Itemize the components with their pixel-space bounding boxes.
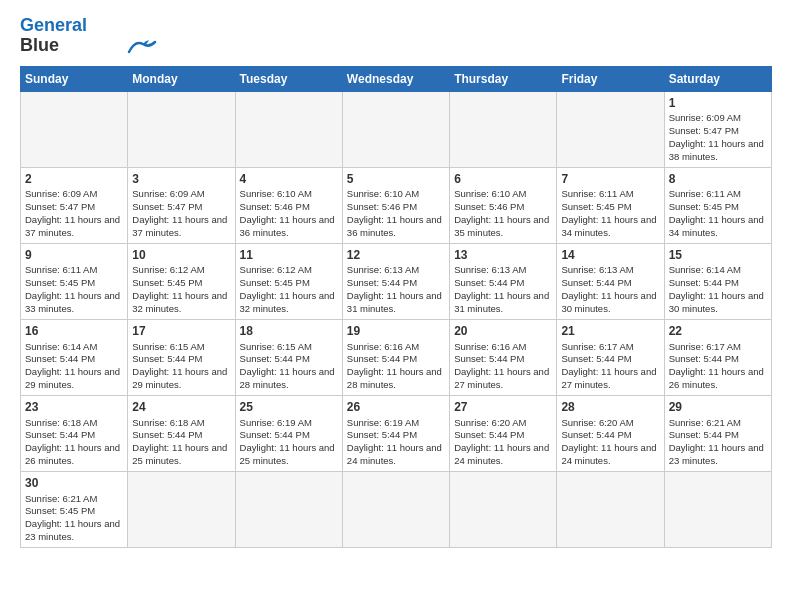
calendar-cell: 21Sunrise: 6:17 AMSunset: 5:44 PMDayligh…	[557, 319, 664, 395]
calendar-header-row: SundayMondayTuesdayWednesdayThursdayFrid…	[21, 66, 772, 91]
day-number: 15	[669, 247, 767, 264]
calendar-cell: 27Sunrise: 6:20 AMSunset: 5:44 PMDayligh…	[450, 395, 557, 471]
day-info: Sunrise: 6:09 AMSunset: 5:47 PMDaylight:…	[25, 188, 123, 239]
day-info: Sunrise: 6:19 AMSunset: 5:44 PMDaylight:…	[240, 417, 338, 468]
calendar-cell	[128, 471, 235, 547]
day-info: Sunrise: 6:17 AMSunset: 5:44 PMDaylight:…	[669, 341, 767, 392]
day-header-monday: Monday	[128, 66, 235, 91]
calendar-cell: 2Sunrise: 6:09 AMSunset: 5:47 PMDaylight…	[21, 167, 128, 243]
day-info: Sunrise: 6:15 AMSunset: 5:44 PMDaylight:…	[132, 341, 230, 392]
day-number: 30	[25, 475, 123, 492]
day-number: 23	[25, 399, 123, 416]
day-info: Sunrise: 6:12 AMSunset: 5:45 PMDaylight:…	[240, 264, 338, 315]
day-number: 27	[454, 399, 552, 416]
day-info: Sunrise: 6:14 AMSunset: 5:44 PMDaylight:…	[25, 341, 123, 392]
day-header-sunday: Sunday	[21, 66, 128, 91]
calendar-cell: 14Sunrise: 6:13 AMSunset: 5:44 PMDayligh…	[557, 243, 664, 319]
calendar-cell	[450, 91, 557, 167]
calendar-cell: 7Sunrise: 6:11 AMSunset: 5:45 PMDaylight…	[557, 167, 664, 243]
day-header-friday: Friday	[557, 66, 664, 91]
calendar-cell: 10Sunrise: 6:12 AMSunset: 5:45 PMDayligh…	[128, 243, 235, 319]
calendar-cell: 24Sunrise: 6:18 AMSunset: 5:44 PMDayligh…	[128, 395, 235, 471]
calendar-week-row: 23Sunrise: 6:18 AMSunset: 5:44 PMDayligh…	[21, 395, 772, 471]
day-number: 22	[669, 323, 767, 340]
day-header-thursday: Thursday	[450, 66, 557, 91]
day-info: Sunrise: 6:13 AMSunset: 5:44 PMDaylight:…	[347, 264, 445, 315]
calendar-cell: 15Sunrise: 6:14 AMSunset: 5:44 PMDayligh…	[664, 243, 771, 319]
calendar-cell: 6Sunrise: 6:10 AMSunset: 5:46 PMDaylight…	[450, 167, 557, 243]
day-info: Sunrise: 6:09 AMSunset: 5:47 PMDaylight:…	[132, 188, 230, 239]
day-number: 17	[132, 323, 230, 340]
calendar-cell	[235, 91, 342, 167]
day-header-wednesday: Wednesday	[342, 66, 449, 91]
day-number: 24	[132, 399, 230, 416]
calendar-week-row: 9Sunrise: 6:11 AMSunset: 5:45 PMDaylight…	[21, 243, 772, 319]
calendar-cell: 16Sunrise: 6:14 AMSunset: 5:44 PMDayligh…	[21, 319, 128, 395]
calendar-cell	[450, 471, 557, 547]
calendar-cell: 22Sunrise: 6:17 AMSunset: 5:44 PMDayligh…	[664, 319, 771, 395]
day-header-tuesday: Tuesday	[235, 66, 342, 91]
calendar-cell: 4Sunrise: 6:10 AMSunset: 5:46 PMDaylight…	[235, 167, 342, 243]
calendar-cell: 11Sunrise: 6:12 AMSunset: 5:45 PMDayligh…	[235, 243, 342, 319]
day-info: Sunrise: 6:18 AMSunset: 5:44 PMDaylight:…	[132, 417, 230, 468]
day-info: Sunrise: 6:11 AMSunset: 5:45 PMDaylight:…	[561, 188, 659, 239]
calendar-cell	[235, 471, 342, 547]
day-info: Sunrise: 6:17 AMSunset: 5:44 PMDaylight:…	[561, 341, 659, 392]
day-info: Sunrise: 6:10 AMSunset: 5:46 PMDaylight:…	[347, 188, 445, 239]
day-number: 29	[669, 399, 767, 416]
logo-bird-icon	[127, 38, 157, 56]
day-number: 19	[347, 323, 445, 340]
logo: GeneralBlue	[20, 16, 157, 56]
day-number: 25	[240, 399, 338, 416]
calendar-cell: 23Sunrise: 6:18 AMSunset: 5:44 PMDayligh…	[21, 395, 128, 471]
calendar-cell: 30Sunrise: 6:21 AMSunset: 5:45 PMDayligh…	[21, 471, 128, 547]
day-number: 8	[669, 171, 767, 188]
calendar-cell	[342, 91, 449, 167]
calendar-cell	[342, 471, 449, 547]
day-info: Sunrise: 6:12 AMSunset: 5:45 PMDaylight:…	[132, 264, 230, 315]
day-info: Sunrise: 6:13 AMSunset: 5:44 PMDaylight:…	[561, 264, 659, 315]
day-header-saturday: Saturday	[664, 66, 771, 91]
day-number: 14	[561, 247, 659, 264]
day-number: 10	[132, 247, 230, 264]
day-number: 26	[347, 399, 445, 416]
day-info: Sunrise: 6:15 AMSunset: 5:44 PMDaylight:…	[240, 341, 338, 392]
day-number: 4	[240, 171, 338, 188]
day-number: 13	[454, 247, 552, 264]
day-number: 20	[454, 323, 552, 340]
logo-text: GeneralBlue	[20, 16, 87, 56]
day-info: Sunrise: 6:16 AMSunset: 5:44 PMDaylight:…	[454, 341, 552, 392]
calendar-week-row: 2Sunrise: 6:09 AMSunset: 5:47 PMDaylight…	[21, 167, 772, 243]
calendar-cell	[557, 471, 664, 547]
calendar-week-row: 1Sunrise: 6:09 AMSunset: 5:47 PMDaylight…	[21, 91, 772, 167]
day-info: Sunrise: 6:11 AMSunset: 5:45 PMDaylight:…	[669, 188, 767, 239]
day-info: Sunrise: 6:21 AMSunset: 5:45 PMDaylight:…	[25, 493, 123, 544]
day-info: Sunrise: 6:11 AMSunset: 5:45 PMDaylight:…	[25, 264, 123, 315]
day-number: 5	[347, 171, 445, 188]
day-number: 3	[132, 171, 230, 188]
day-info: Sunrise: 6:10 AMSunset: 5:46 PMDaylight:…	[454, 188, 552, 239]
day-number: 11	[240, 247, 338, 264]
day-info: Sunrise: 6:16 AMSunset: 5:44 PMDaylight:…	[347, 341, 445, 392]
day-info: Sunrise: 6:10 AMSunset: 5:46 PMDaylight:…	[240, 188, 338, 239]
calendar-cell: 25Sunrise: 6:19 AMSunset: 5:44 PMDayligh…	[235, 395, 342, 471]
day-info: Sunrise: 6:14 AMSunset: 5:44 PMDaylight:…	[669, 264, 767, 315]
calendar-cell: 19Sunrise: 6:16 AMSunset: 5:44 PMDayligh…	[342, 319, 449, 395]
day-number: 28	[561, 399, 659, 416]
day-number: 16	[25, 323, 123, 340]
calendar-cell	[128, 91, 235, 167]
day-info: Sunrise: 6:09 AMSunset: 5:47 PMDaylight:…	[669, 112, 767, 163]
calendar-cell: 5Sunrise: 6:10 AMSunset: 5:46 PMDaylight…	[342, 167, 449, 243]
day-number: 18	[240, 323, 338, 340]
calendar-cell	[664, 471, 771, 547]
day-number: 1	[669, 95, 767, 112]
day-info: Sunrise: 6:21 AMSunset: 5:44 PMDaylight:…	[669, 417, 767, 468]
calendar-cell	[21, 91, 128, 167]
calendar-cell: 28Sunrise: 6:20 AMSunset: 5:44 PMDayligh…	[557, 395, 664, 471]
day-number: 7	[561, 171, 659, 188]
calendar-cell: 13Sunrise: 6:13 AMSunset: 5:44 PMDayligh…	[450, 243, 557, 319]
calendar-cell	[557, 91, 664, 167]
calendar-week-row: 30Sunrise: 6:21 AMSunset: 5:45 PMDayligh…	[21, 471, 772, 547]
day-info: Sunrise: 6:20 AMSunset: 5:44 PMDaylight:…	[454, 417, 552, 468]
calendar-table: SundayMondayTuesdayWednesdayThursdayFrid…	[20, 66, 772, 548]
